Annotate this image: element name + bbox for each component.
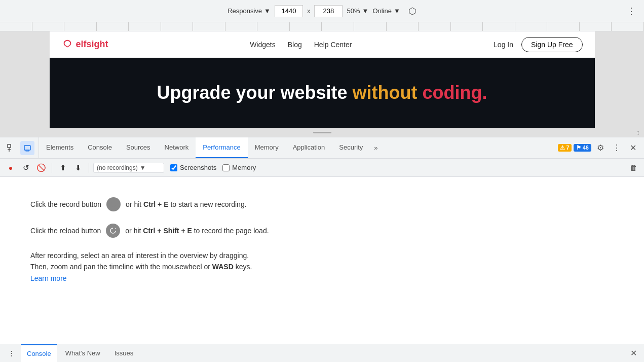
nav-actions: Log In Sign Up Free — [494, 37, 582, 52]
record-instruction-prefix: Click the record button — [30, 200, 101, 208]
reload-instruction-prefix: Click the reload button — [30, 227, 101, 235]
upload-button[interactable]: ⬆ — [56, 161, 69, 174]
tab-network[interactable]: Network — [158, 137, 196, 158]
elfsight-navbar: elfsight Widgets Blog Help Center Log In… — [50, 31, 595, 58]
settings-button[interactable]: ⚙ — [593, 141, 608, 155]
perf-options: Screenshots Memory — [170, 164, 256, 171]
zoom-chevron-icon: ▼ — [362, 7, 369, 15]
tab-security-label: Security — [339, 143, 363, 151]
perf-toolbar-right: 🗑 — [627, 161, 640, 174]
svg-point-5 — [111, 202, 116, 207]
ruler-bar — [0, 22, 644, 31]
devtools-tab-bar: Elements Console Sources Network Perform… — [0, 137, 644, 159]
screenshots-checkbox-label[interactable]: Screenshots — [170, 164, 216, 171]
more-tabs-button[interactable]: » — [370, 137, 382, 158]
devtools-panel: Elements Console Sources Network Perform… — [0, 137, 644, 362]
elfsight-logo-icon — [62, 39, 73, 50]
record-instruction-suffix: or hit Ctrl + E to start a new recording… — [126, 200, 247, 208]
memory-checkbox[interactable] — [222, 164, 230, 171]
tab-memory[interactable]: Memory — [248, 137, 286, 158]
tab-performance[interactable]: Performance — [196, 137, 247, 158]
login-link[interactable]: Log In — [494, 41, 513, 49]
error-badge: ⚑ 46 — [574, 144, 591, 152]
toolbar-more-button[interactable]: ⋮ — [627, 6, 636, 17]
record-instruction: Click the record button or hit Ctrl + E … — [30, 197, 614, 211]
hero-text: Upgrade your website without coding. — [157, 82, 487, 103]
note-line-1: After recording, select an area of inter… — [30, 250, 614, 261]
height-input[interactable] — [314, 5, 343, 17]
no-recordings-label: (no recordings) — [97, 164, 138, 171]
tab-elements-label: Elements — [46, 143, 73, 151]
toolbar-divider — [52, 163, 52, 173]
close-devtools-button[interactable]: ✕ — [626, 141, 640, 155]
learn-more-link[interactable]: Learn more — [30, 274, 67, 282]
tab-memory-label: Memory — [255, 143, 279, 151]
device-mode-button[interactable] — [20, 141, 34, 155]
bottom-more-button[interactable]: ⋮ — [4, 349, 19, 357]
inspect-element-button[interactable] — [4, 141, 18, 155]
online-chevron-icon: ▼ — [394, 7, 400, 15]
hero-prefix: Upgrade your website — [157, 82, 352, 103]
signup-button[interactable]: Sign Up Free — [521, 37, 582, 52]
recording-select[interactable]: (no recordings) ▼ — [93, 163, 164, 173]
bottom-tab-console[interactable]: Console — [21, 344, 57, 362]
bottom-tab-issues[interactable]: Issues — [108, 344, 140, 362]
screenshots-checkbox[interactable] — [170, 164, 177, 171]
nav-blog[interactable]: Blog — [288, 41, 302, 49]
customize-button[interactable]: ⋮ — [610, 141, 624, 155]
devtools-left-icons — [0, 137, 39, 158]
toolbar-divider-2 — [89, 163, 89, 173]
tab-sources[interactable]: Sources — [119, 137, 158, 158]
nav-help-center[interactable]: Help Center — [314, 41, 352, 49]
warning-badge: ⚠ 7 — [558, 144, 572, 152]
svg-rect-4 — [26, 150, 29, 151]
zoom-label: 50% — [347, 7, 360, 15]
tab-application-label: Application — [293, 143, 325, 151]
record-button[interactable]: ● — [4, 161, 17, 174]
warning-count: 7 — [566, 144, 570, 151]
reload-button-icon — [106, 224, 120, 238]
tab-application[interactable]: Application — [286, 137, 332, 158]
recording-notes: After recording, select an area of inter… — [30, 250, 614, 284]
close-bottom-bar-button[interactable]: ✕ — [627, 347, 640, 360]
clear-recordings-button[interactable]: 🗑 — [627, 161, 640, 174]
online-label: Online — [372, 7, 392, 15]
online-select[interactable]: Online ▼ — [372, 7, 400, 15]
error-icon: ⚑ — [576, 144, 581, 151]
svg-rect-0 — [8, 144, 11, 148]
nav-widgets[interactable]: Widgets — [250, 41, 276, 49]
ruler-inner — [0, 22, 644, 31]
drag-handle[interactable]: ↕ — [0, 128, 644, 137]
reload-instruction-suffix: or hit Ctrl + Shift + E to record the pa… — [125, 227, 269, 235]
rotate-icon[interactable]: ⬡ — [408, 6, 416, 17]
hero-space — [418, 82, 423, 103]
clear-button[interactable]: 🚫 — [34, 161, 48, 174]
note-line-2: Then, zoom and pan the timeline with the… — [30, 261, 614, 272]
drag-handle-line — [313, 132, 331, 133]
svg-rect-3 — [24, 146, 30, 150]
tab-security[interactable]: Security — [332, 137, 370, 158]
responsive-select[interactable]: Responsive ▼ — [228, 7, 271, 15]
warning-icon: ⚠ — [560, 144, 565, 151]
tab-sources-label: Sources — [126, 143, 150, 151]
record-button-icon — [106, 197, 121, 211]
resize-icon: ↕ — [636, 128, 640, 136]
tab-console[interactable]: Console — [81, 137, 119, 158]
device-toolbar-center: Responsive ▼ x 50% ▼ Online ▼ ⬡ — [228, 5, 416, 17]
dimension-separator: x — [307, 7, 311, 15]
more-tabs-icon: » — [374, 144, 377, 152]
download-button[interactable]: ⬇ — [71, 161, 85, 174]
responsive-label: Responsive — [228, 7, 262, 15]
elfsight-logo-text: elfsight — [76, 39, 108, 50]
recording-dropdown-icon: ▼ — [140, 164, 146, 171]
tab-elements[interactable]: Elements — [39, 137, 81, 158]
bottom-tab-whats-new[interactable]: What's New — [59, 344, 106, 362]
memory-checkbox-label[interactable]: Memory — [222, 164, 256, 171]
elfsight-logo: elfsight — [62, 39, 108, 50]
hero-banner: Upgrade your website without coding. — [50, 58, 595, 128]
width-input[interactable] — [275, 5, 303, 17]
zoom-select[interactable]: 50% ▼ — [347, 7, 368, 15]
reload-instruction: Click the reload button or hit Ctrl + Sh… — [30, 224, 614, 238]
devtools-right-icons: ⚠ 7 ⚑ 46 ⚙ ⋮ ✕ — [554, 137, 645, 158]
reload-record-button[interactable]: ↺ — [19, 161, 32, 174]
